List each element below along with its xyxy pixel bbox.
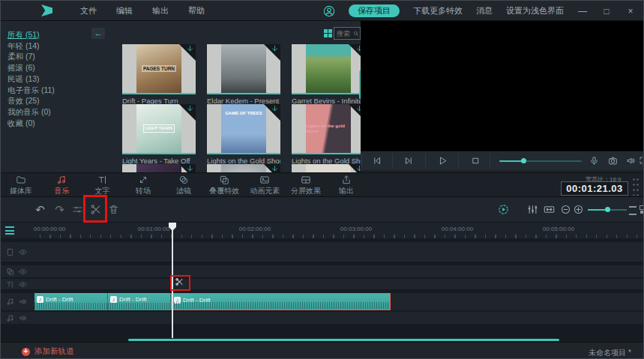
tab-text[interactable]: 文字 <box>82 174 122 197</box>
track-manager-icon[interactable] <box>5 226 14 235</box>
track-size-icon[interactable] <box>629 206 637 215</box>
render-preview-icon[interactable] <box>498 204 509 215</box>
category-rock[interactable]: 摇滚 (6) <box>7 62 55 73</box>
download-icon[interactable] <box>271 45 279 53</box>
video-track[interactable] <box>1 242 643 262</box>
audio-clip[interactable]: ♪ Drift - Drift <box>34 293 108 310</box>
overlay-track[interactable] <box>1 265 643 277</box>
audio-clip-selected[interactable]: ♪ Drift - Drift <box>171 293 391 310</box>
close-button[interactable]: × <box>625 6 636 16</box>
category-folk[interactable]: 民谣 (13) <box>7 73 55 85</box>
category-my-music[interactable]: 我的音乐 (0) <box>7 106 55 118</box>
menu-file[interactable]: 文件 <box>80 5 97 16</box>
tab-transitions[interactable]: 转场 <box>123 174 163 197</box>
category-sfx[interactable]: 音效 (25) <box>7 95 55 106</box>
visibility-eye-icon[interactable] <box>19 268 27 276</box>
next-frame-button[interactable] <box>404 156 414 166</box>
volume-icon[interactable] <box>626 156 636 166</box>
zoom-to-fit-icon[interactable] <box>544 204 555 215</box>
visibility-eye-icon[interactable] <box>19 280 27 289</box>
overlay-track-header <box>1 265 31 277</box>
zoom-in-icon[interactable] <box>573 204 584 215</box>
seek-slider[interactable] <box>499 160 582 162</box>
filter-icon <box>178 175 189 185</box>
messages-link[interactable]: 消息 <box>476 5 493 16</box>
download-icon[interactable] <box>271 105 279 113</box>
play-button[interactable] <box>438 156 448 166</box>
music-card[interactable]: PAGES TURN Drift - Pages Turn <box>122 44 196 105</box>
audio-mixer-icon[interactable] <box>527 204 538 215</box>
tab-music[interactable]: 音乐 <box>41 174 82 197</box>
music-category-sidebar: 所有 (51) 年轻 (14) 柔和 (7) 摇滚 (6) 民谣 (13) 电子… <box>1 21 106 172</box>
visibility-eye-icon[interactable] <box>19 248 27 256</box>
music-card[interactable]: Eldar Kedem - Present Mo... <box>207 44 280 105</box>
add-track-button[interactable]: + 添加新轨道 <box>22 346 74 357</box>
save-project-button[interactable]: 保存项目 <box>349 4 400 17</box>
tab-split-screen[interactable]: 分屏效果 <box>286 174 326 197</box>
zoom-out-icon[interactable] <box>560 204 571 215</box>
text-track[interactable] <box>1 279 643 289</box>
previous-frame-button[interactable] <box>372 156 382 166</box>
audio-clip[interactable]: ♪ Drift - Drift <box>108 293 171 310</box>
music-card[interactable]: Lights on the gold shore Lights on the G… <box>292 104 362 165</box>
adjust-icon[interactable] <box>72 204 83 215</box>
split-scissors-button[interactable] <box>90 204 101 215</box>
music-card[interactable]: Out <box>292 164 362 172</box>
timeline-ruler[interactable]: 00:00:00:00 00:01:00:00 00:02:00:00 00:0… <box>1 222 643 238</box>
timeline-zoom-slider[interactable] <box>588 209 627 211</box>
music-card[interactable]: GAME OF TREES Lights on the Gold Shore -… <box>207 104 280 165</box>
light-theme-link[interactable]: 设置为浅色界面 <box>506 5 564 16</box>
minimize-button[interactable]: — <box>577 6 588 16</box>
music-card[interactable]: LIGHT YEARS Light Years - Take Off <box>122 104 196 165</box>
cover-text: GAME OF TREES <box>225 111 262 116</box>
tab-elements[interactable]: 动画元素 <box>244 174 285 197</box>
music-card[interactable] <box>207 164 280 172</box>
tab-filters[interactable]: 滤镜 <box>163 174 204 197</box>
category-electronic[interactable]: 电子音乐 (11) <box>7 85 55 96</box>
transition-icon <box>138 175 148 185</box>
music-card[interactable] <box>122 164 196 172</box>
stop-button[interactable] <box>471 156 481 166</box>
menu-edit[interactable]: 编辑 <box>116 5 133 16</box>
mute-speaker-icon[interactable] <box>19 314 27 322</box>
redo-button[interactable]: ↷ <box>54 204 65 215</box>
mute-speaker-icon[interactable] <box>19 298 27 306</box>
cut-at-playhead-scissors-icon[interactable] <box>174 277 187 288</box>
playhead[interactable] <box>172 223 173 338</box>
music-card[interactable]: Garret Bevins - Infinite - S... <box>292 44 362 105</box>
snapshot-icon[interactable] <box>608 156 618 166</box>
tab-media-library[interactable]: 媒体库 <box>1 174 41 197</box>
timeline-zoom-thumb[interactable] <box>605 207 610 212</box>
download-icon[interactable] <box>271 165 279 172</box>
timeline-horizontal-scrollbar[interactable] <box>128 339 559 341</box>
category-young[interactable]: 年轻 (14) <box>7 40 55 52</box>
search-icon <box>353 31 359 37</box>
menu-help[interactable]: 帮助 <box>188 5 205 16</box>
search-box[interactable] <box>334 27 361 40</box>
delete-trash-button[interactable] <box>108 204 119 215</box>
audio-track-2[interactable] <box>1 312 643 324</box>
maximize-button[interactable]: □ <box>601 6 612 16</box>
category-favorites[interactable]: 收藏 (0) <box>7 118 55 129</box>
download-icon[interactable] <box>186 105 194 113</box>
seek-slider-thumb[interactable] <box>521 158 526 163</box>
search-input[interactable] <box>334 30 353 37</box>
fullscreen-icon[interactable] <box>639 156 644 165</box>
category-soft[interactable]: 柔和 (7) <box>7 51 55 62</box>
account-icon[interactable] <box>323 5 335 17</box>
back-arrow-icon: ← <box>94 28 103 37</box>
download-icon[interactable] <box>186 45 194 53</box>
menu-output[interactable]: 输出 <box>152 5 169 16</box>
download-effects-link[interactable]: 下载更多特效 <box>413 5 463 16</box>
view-mode-grid-icon[interactable] <box>640 205 644 210</box>
music-note-icon <box>56 175 67 185</box>
tab-export[interactable]: 输出 <box>326 174 367 197</box>
category-all[interactable]: 所有 (51) <box>7 29 55 40</box>
undo-button[interactable]: ↶ <box>34 204 46 215</box>
download-icon[interactable] <box>186 165 194 172</box>
tab-overlays[interactable]: 叠覆特效 <box>204 174 244 197</box>
collapse-sidebar-button[interactable]: ← <box>91 28 105 39</box>
record-voiceover-icon[interactable] <box>589 156 599 166</box>
dock-grip-icon <box>632 177 640 196</box>
grid-view-icon[interactable] <box>324 29 328 33</box>
